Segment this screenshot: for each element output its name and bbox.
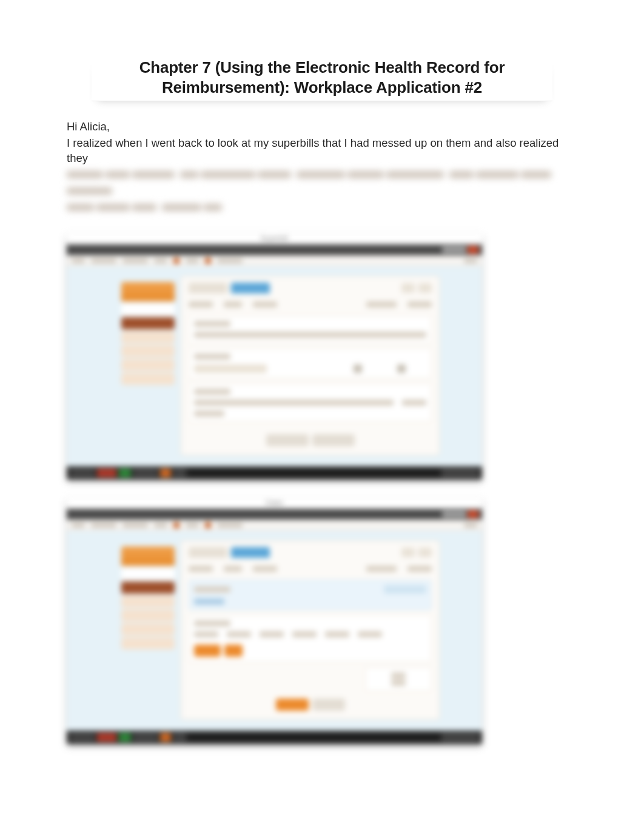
greeting-line: Hi Alicia, [67, 119, 577, 135]
toolbar-item[interactable] [91, 258, 116, 263]
field-label [402, 400, 426, 406]
taskbar-item[interactable] [119, 469, 131, 477]
taskbar-tray[interactable] [442, 469, 478, 477]
sidebar-item[interactable] [121, 623, 175, 635]
secondary-button[interactable] [312, 699, 345, 711]
taskbar-item[interactable] [70, 469, 95, 477]
field-label [253, 566, 277, 572]
taskbar-item[interactable] [70, 733, 95, 742]
sidebar-item[interactable] [121, 568, 175, 580]
toolbar-icon[interactable] [173, 258, 179, 264]
header-button[interactable] [418, 548, 432, 557]
toolbar-item[interactable] [154, 523, 167, 528]
header-buttons [401, 548, 432, 557]
taskbar [67, 731, 482, 744]
toolbar-item[interactable] [122, 523, 148, 528]
window-titlebar [67, 244, 482, 255]
field-label [408, 301, 432, 307]
section-label [194, 389, 230, 395]
form-field[interactable] [384, 585, 426, 594]
toolbar-icon[interactable] [173, 522, 179, 528]
section-label [194, 586, 230, 592]
toolbar-item[interactable] [186, 523, 199, 528]
primary-button[interactable] [224, 645, 243, 657]
tab-active[interactable] [231, 283, 270, 293]
header-fields [189, 298, 432, 310]
window-close-button[interactable] [468, 511, 478, 518]
form-field[interactable] [194, 364, 267, 373]
form-section-2 [189, 615, 432, 662]
taskbar-item[interactable] [97, 469, 116, 477]
form-section-1 [189, 580, 432, 610]
field-label [194, 599, 224, 605]
action-row [189, 699, 432, 711]
toolbar-item[interactable] [72, 258, 85, 263]
toolbar-item[interactable] [464, 258, 477, 263]
sidebar-item[interactable] [121, 595, 175, 608]
field-label [358, 631, 382, 637]
tab-active[interactable] [231, 547, 270, 558]
toolbar-item[interactable] [122, 258, 148, 263]
taskbar-item[interactable] [160, 469, 171, 477]
toolbar-item[interactable] [91, 523, 116, 528]
toolbar-icon[interactable] [205, 522, 211, 528]
tab[interactable] [189, 283, 227, 293]
toolbar-item[interactable] [186, 258, 199, 263]
sidebar-header [121, 282, 175, 301]
toolbar-item[interactable] [154, 258, 167, 263]
taskbar-item[interactable] [133, 469, 158, 477]
taskbar-item[interactable] [97, 733, 116, 742]
sidebar-item[interactable] [121, 345, 175, 357]
left-sidebar [121, 546, 175, 649]
toolbar-item[interactable] [464, 523, 477, 528]
header-button[interactable] [401, 548, 415, 557]
field-label [408, 566, 432, 572]
app-toolbar [67, 520, 482, 531]
button-row [194, 645, 426, 657]
field-label [224, 301, 242, 307]
checkbox[interactable] [397, 364, 406, 373]
tab[interactable] [189, 547, 227, 558]
taskbar [67, 466, 482, 480]
toolbar-item[interactable] [72, 523, 85, 528]
sidebar-item[interactable] [121, 303, 175, 315]
left-sidebar [121, 282, 175, 385]
header-button[interactable] [401, 283, 415, 293]
taskbar-item[interactable] [133, 733, 158, 742]
taskbar-tray[interactable] [442, 733, 478, 742]
sidebar-item[interactable] [121, 331, 175, 343]
titlebar-text [442, 247, 466, 253]
header-button[interactable] [418, 283, 432, 293]
taskbar-item[interactable] [119, 733, 131, 742]
field-label [227, 631, 251, 637]
checkbox[interactable] [354, 364, 362, 373]
sidebar-item[interactable] [121, 609, 175, 622]
sidebar-item-selected[interactable] [121, 582, 175, 594]
header-fields [189, 563, 432, 575]
secondary-button[interactable] [266, 434, 309, 446]
toolbar-item[interactable] [217, 258, 243, 263]
sidebar-item[interactable] [121, 637, 175, 649]
form-section-3 [189, 383, 432, 422]
screenshot-2-caption-bar: Claim [67, 498, 482, 509]
primary-button[interactable] [276, 699, 309, 711]
field-label [224, 566, 242, 572]
field-label [260, 631, 284, 637]
sidebar-item-selected[interactable] [121, 317, 175, 329]
secondary-button[interactable] [312, 434, 355, 446]
window-close-button[interactable] [468, 246, 478, 253]
primary-button[interactable] [194, 645, 221, 657]
titlebar-text [442, 511, 466, 517]
header-buttons [401, 283, 432, 293]
main-panel [181, 540, 440, 720]
taskbar-item[interactable] [173, 469, 186, 477]
field-label [189, 301, 213, 307]
sidebar-item[interactable] [121, 359, 175, 371]
taskbar-item[interactable] [173, 733, 186, 742]
field-label [366, 566, 397, 572]
taskbar-item[interactable] [160, 733, 171, 742]
sidebar-item[interactable] [121, 373, 175, 385]
toolbar-icon[interactable] [205, 258, 211, 264]
toolbar-item[interactable] [217, 523, 243, 528]
screenshot-1-label: Superbill [261, 235, 289, 242]
